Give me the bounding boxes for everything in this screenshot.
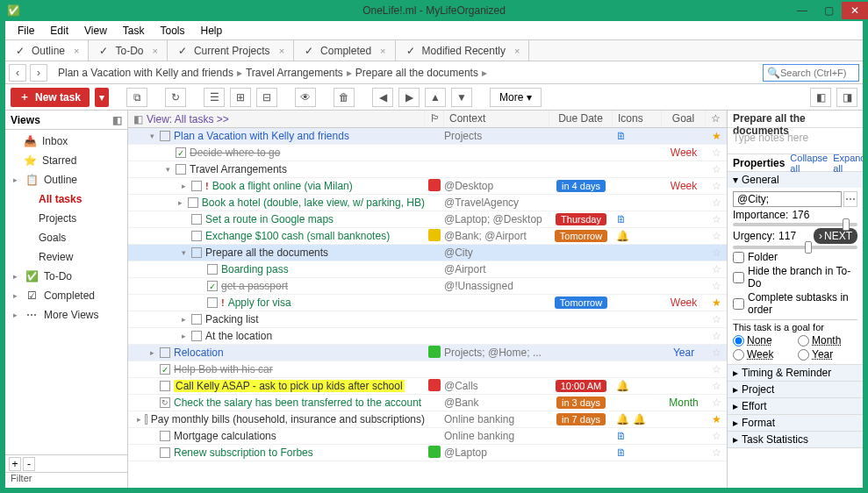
menu-help[interactable]: Help	[194, 23, 230, 39]
flag-cell[interactable]	[425, 379, 444, 394]
task-row[interactable]: ✓Decide where to goWeek☆	[128, 145, 727, 161]
task-row[interactable]: Set a route in Google maps@Laptop; @Desk…	[128, 211, 727, 228]
view-projects[interactable]: Projects	[5, 209, 127, 228]
section-project[interactable]: ▸Project	[728, 382, 863, 397]
section-general[interactable]: ▾General	[728, 172, 863, 188]
view-completed[interactable]: ▸☑Completed	[5, 286, 127, 305]
task-checkbox[interactable]	[191, 247, 202, 258]
col-header-flag[interactable]: 🏳	[425, 111, 444, 127]
star-toggle[interactable]: ☆	[706, 180, 727, 192]
complete-order-checkbox[interactable]: Complete subtasks in order	[733, 291, 857, 316]
goal-radio-year[interactable]: Year	[798, 348, 857, 361]
task-checkbox[interactable]	[191, 314, 202, 325]
task-checkbox[interactable]	[207, 264, 218, 275]
task-row[interactable]: ▸!Book a flight online (via Milan)@Deskt…	[128, 178, 727, 195]
expand-icon[interactable]: ⊞	[230, 88, 251, 107]
context-input[interactable]	[733, 191, 842, 207]
outline-icon[interactable]: ☰	[204, 88, 225, 107]
goal-radio-week[interactable]: Week	[733, 348, 793, 361]
more-button[interactable]: More▾	[490, 88, 542, 107]
star-toggle[interactable]: ☆	[706, 263, 727, 275]
expander-icon[interactable]: ▾	[163, 165, 172, 174]
star-toggle[interactable]: ☆	[706, 363, 727, 375]
close-icon[interactable]: ×	[152, 46, 157, 56]
hide-branch-checkbox[interactable]: Hide the branch in To-Do	[733, 265, 857, 289]
menu-view[interactable]: View	[77, 23, 114, 39]
notes-input[interactable]: Type notes here	[728, 128, 863, 154]
view-all-tasks[interactable]: All tasks	[5, 189, 127, 209]
task-checkbox[interactable]	[191, 181, 202, 191]
star-toggle[interactable]: ★	[706, 413, 727, 425]
task-row[interactable]: Check the salary has been transferred to…	[128, 395, 727, 411]
star-toggle[interactable]: ☆	[706, 196, 727, 209]
close-icon[interactable]: ×	[514, 46, 520, 56]
expander-icon[interactable]: ▸	[137, 415, 141, 424]
task-row[interactable]: ▾Plan a Vacation with Kelly and friendsP…	[128, 128, 727, 145]
star-toggle[interactable]: ☆	[706, 213, 727, 225]
close-icon[interactable]: ×	[74, 46, 79, 56]
expander-icon[interactable]: ▸	[147, 348, 156, 357]
new-task-dropdown[interactable]: ▾	[95, 88, 109, 107]
task-row[interactable]: ▸At the location☆	[128, 328, 727, 345]
view-add-icon[interactable]: +	[9, 457, 21, 471]
task-checkbox[interactable]: ✓	[176, 147, 186, 158]
task-checkbox[interactable]	[191, 214, 202, 225]
task-row[interactable]: ▸Book a hotel (double, lake view, w/ par…	[128, 195, 727, 211]
flag-cell[interactable]	[425, 346, 444, 361]
panel-toggle-1[interactable]: ◧	[810, 88, 831, 107]
col-header-due[interactable]: Due Date	[549, 111, 613, 127]
move-left-icon[interactable]: ◀	[372, 88, 393, 107]
task-checkbox[interactable]: ✓	[160, 364, 170, 375]
task-checkbox[interactable]	[160, 131, 170, 141]
star-toggle[interactable]: ☆	[706, 380, 727, 392]
goal-radio-month[interactable]: Month	[798, 334, 857, 347]
task-checkbox[interactable]	[160, 397, 170, 408]
star-toggle[interactable]: ☆	[706, 313, 727, 325]
panel-toggle-2[interactable]: ◨	[836, 88, 857, 107]
filter-row[interactable]: Filter	[5, 472, 127, 488]
tab-modified-recently[interactable]: ✓Modified Recently×	[396, 40, 530, 61]
tab-to-do[interactable]: ✓To-Do×	[89, 40, 167, 61]
nav-back[interactable]: ‹	[9, 64, 26, 82]
expand-all-link[interactable]: Expand all	[833, 153, 863, 174]
star-toggle[interactable]: ☆	[706, 330, 727, 342]
goal-radio-none[interactable]: None	[733, 334, 793, 347]
star-toggle[interactable]: ☆	[706, 230, 727, 242]
context-picker-icon[interactable]: ⋯	[843, 191, 857, 207]
col-header-icons[interactable]: Icons	[613, 111, 662, 127]
panel-toggle-icon[interactable]: ◧	[133, 113, 143, 125]
star-toggle[interactable]: ☆	[706, 146, 727, 159]
delete-icon[interactable]: 🗑	[334, 88, 355, 107]
chevron-right-icon[interactable]: ▸	[11, 291, 19, 300]
crumb[interactable]: Travel Arrangements	[246, 67, 343, 79]
task-row[interactable]: ▸RelocationProjects; @Home; ...Year☆	[128, 345, 727, 361]
section-task-statistics[interactable]: ▸Task Statistics	[728, 432, 863, 447]
expander-icon[interactable]: ▸	[179, 332, 188, 340]
move-up-icon[interactable]: ▲	[425, 88, 446, 107]
star-toggle[interactable]: ☆	[706, 347, 727, 359]
section-effort[interactable]: ▸Effort	[728, 398, 863, 414]
view-review[interactable]: Review	[5, 247, 127, 267]
flag-cell[interactable]	[425, 446, 444, 461]
menu-tools[interactable]: Tools	[154, 23, 192, 39]
flag-cell[interactable]	[425, 229, 444, 244]
expander-icon[interactable]: ▸	[179, 182, 188, 190]
flag-cell[interactable]	[425, 179, 444, 194]
star-toggle[interactable]: ☆	[706, 246, 727, 259]
move-down-icon[interactable]: ▼	[451, 88, 472, 107]
close-button[interactable]: ✕	[842, 2, 868, 19]
expander-icon[interactable]: ▸	[179, 315, 188, 324]
task-checkbox[interactable]	[160, 431, 170, 441]
maximize-button[interactable]: ▢	[815, 2, 842, 19]
refresh-icon[interactable]: ↻	[165, 88, 186, 107]
section-timing-reminder[interactable]: ▸Timing & Reminder	[728, 365, 863, 381]
col-header-context[interactable]: Context	[444, 111, 549, 127]
close-icon[interactable]: ×	[279, 46, 284, 56]
close-icon[interactable]: ×	[380, 46, 385, 56]
task-checkbox[interactable]	[176, 164, 186, 175]
expander-icon[interactable]: ▸	[176, 198, 184, 207]
view-outline[interactable]: ▸📋Outline	[5, 170, 127, 189]
chevron-right-icon[interactable]: ▸	[11, 175, 19, 184]
collapse-icon[interactable]: ⊟	[256, 88, 277, 107]
menu-task[interactable]: Task	[116, 23, 152, 39]
